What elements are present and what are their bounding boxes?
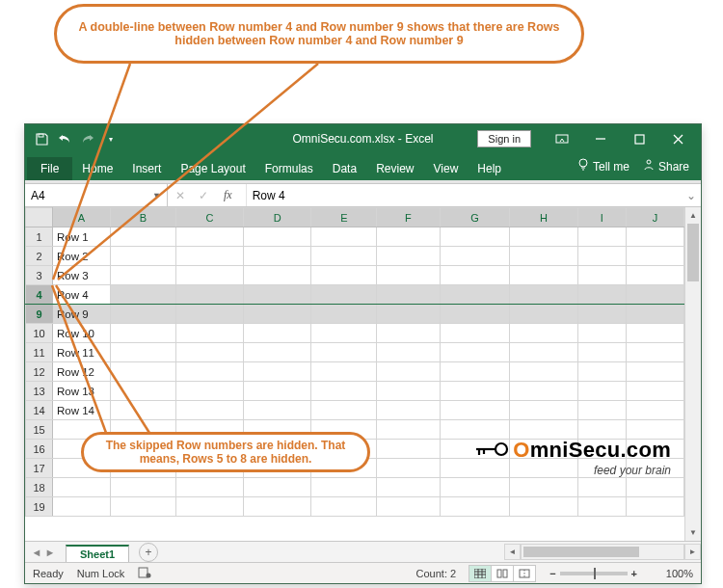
cell-H2[interactable] [510,247,577,266]
prev-sheet-icon[interactable]: ◄ [31,547,42,558]
cell-G12[interactable] [440,362,510,382]
cell-B12[interactable] [111,362,176,382]
scroll-down-icon[interactable]: ▼ [685,524,701,541]
ribbon-display-options-icon[interactable] [545,124,579,153]
cell-G14[interactable] [440,401,510,420]
cell-E11[interactable] [311,343,377,362]
cell-B14[interactable] [111,401,176,420]
cell-J10[interactable] [626,324,683,343]
cell-G2[interactable] [440,247,510,266]
new-sheet-button[interactable]: + [139,543,158,562]
cell-B11[interactable] [111,343,176,362]
sheet-tab-sheet1[interactable]: Sheet1 [66,545,129,562]
cell-I3[interactable] [577,266,626,285]
tell-me-search[interactable]: Tell me [572,156,635,176]
cell-E10[interactable] [311,324,377,343]
row-header-18[interactable]: 18 [26,478,53,497]
formula-input[interactable]: Row 4 [247,189,682,202]
scroll-up-icon[interactable]: ▲ [685,207,701,224]
cell-H3[interactable] [510,266,577,285]
cell-G11[interactable] [440,343,510,362]
cell-C2[interactable] [175,247,243,266]
cell-G18[interactable] [440,478,510,497]
row-header-15[interactable]: 15 [26,420,53,440]
cell-E19[interactable] [311,497,377,517]
cell-I13[interactable] [577,382,626,401]
cancel-formula-icon[interactable]: ✕ [174,189,187,202]
cell-F10[interactable] [377,324,440,343]
cell-I9[interactable] [577,305,626,324]
cell-B2[interactable] [111,247,176,266]
redo-icon[interactable] [81,132,94,146]
cell-I19[interactable] [577,497,626,517]
cell-H4[interactable] [510,285,577,305]
cell-E3[interactable] [311,266,377,285]
row-header-13[interactable]: 13 [26,382,53,401]
cell-F17[interactable] [377,459,440,478]
cell-C18[interactable] [175,478,243,497]
cell-E9[interactable] [311,305,377,324]
cell-E4[interactable] [311,285,377,305]
cell-A12[interactable]: Row 12 [53,362,111,382]
cell-C13[interactable] [175,382,243,401]
cell-I11[interactable] [577,343,626,362]
cell-G1[interactable] [440,227,510,247]
cell-F12[interactable] [377,362,440,382]
cell-G13[interactable] [440,382,510,401]
cell-B9[interactable] [111,305,176,324]
scroll-right-icon[interactable]: ► [684,544,701,560]
cell-I15[interactable] [577,420,626,440]
spreadsheet-grid[interactable]: ABCDEFGHIJ1Row 12Row 23Row 34Row 49Row 9… [25,207,684,541]
column-header-I[interactable]: I [577,208,626,227]
view-page-layout-button[interactable] [491,565,514,582]
vertical-scroll-thumb[interactable] [687,224,699,281]
cell-D10[interactable] [244,324,311,343]
cell-F16[interactable] [377,440,440,459]
cell-G9[interactable] [440,305,510,324]
view-page-break-button[interactable] [513,565,536,582]
column-header-D[interactable]: D [244,208,311,227]
row-header-12[interactable]: 12 [26,362,53,382]
zoom-slider[interactable]: − + [549,568,637,579]
cell-D11[interactable] [244,343,311,362]
row-header-3[interactable]: 3 [26,266,53,285]
cell-E12[interactable] [311,362,377,382]
cell-J18[interactable] [626,478,683,497]
cell-C10[interactable] [175,324,243,343]
maximize-button[interactable] [622,124,656,153]
cell-G10[interactable] [440,324,510,343]
cell-I2[interactable] [577,247,626,266]
cell-I1[interactable] [577,227,626,247]
cell-D4[interactable] [244,285,311,305]
row-header-14[interactable]: 14 [26,401,53,420]
column-header-A[interactable]: A [53,208,111,227]
cell-E1[interactable] [311,227,377,247]
row-header-2[interactable]: 2 [26,247,53,266]
cell-D1[interactable] [244,227,311,247]
row-header-17[interactable]: 17 [26,459,53,478]
cell-H14[interactable] [510,401,577,420]
cell-F2[interactable] [377,247,440,266]
cell-E14[interactable] [311,401,377,420]
cell-C3[interactable] [175,266,243,285]
cell-D2[interactable] [244,247,311,266]
qat-customize-icon[interactable]: ▾ [104,132,118,146]
cell-D14[interactable] [244,401,311,420]
row-header-10[interactable]: 10 [26,324,53,343]
zoom-out-icon[interactable]: − [549,568,555,579]
row-header-16[interactable]: 16 [26,440,53,459]
vertical-scrollbar[interactable]: ▲ ▼ [684,207,701,541]
cell-C11[interactable] [175,343,243,362]
cell-B18[interactable] [111,478,176,497]
cell-G19[interactable] [440,497,510,517]
cell-F14[interactable] [377,401,440,420]
cell-A18[interactable] [53,478,111,497]
cell-B10[interactable] [111,324,176,343]
cell-I12[interactable] [577,362,626,382]
tab-file[interactable]: File [27,157,72,180]
name-box-dropdown-icon[interactable]: ▼ [152,191,161,200]
cell-A11[interactable]: Row 11 [53,343,111,362]
cell-F9[interactable] [377,305,440,324]
column-header-B[interactable]: B [111,208,176,227]
cell-H1[interactable] [510,227,577,247]
